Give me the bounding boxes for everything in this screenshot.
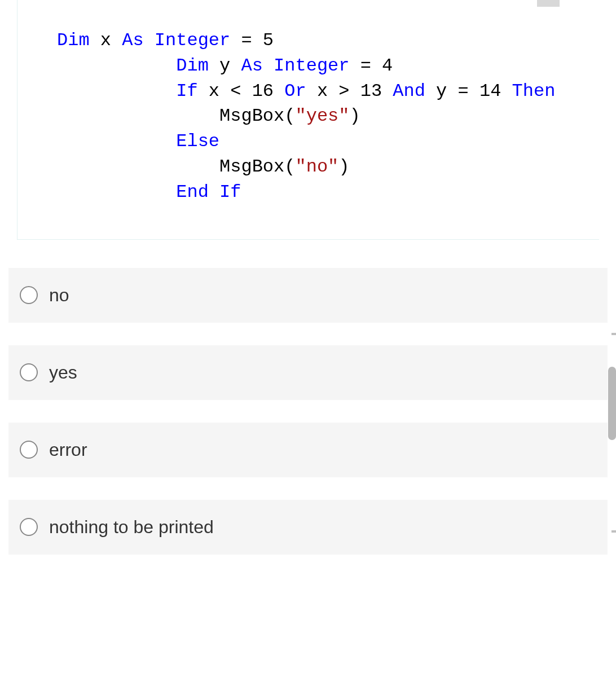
code-text: y = 14 [425, 81, 512, 102]
code-text: MsgBox( [176, 156, 295, 177]
option-label: error [49, 439, 87, 460]
radio-icon[interactable] [20, 363, 38, 381]
radio-icon[interactable] [20, 286, 38, 304]
scrollbar-mark [611, 333, 616, 335]
code-indent [57, 156, 176, 177]
option-label: no [49, 285, 69, 306]
code-indent [57, 81, 176, 102]
option-label: yes [49, 362, 77, 383]
code-indent [57, 105, 176, 126]
code-keyword: And [393, 81, 425, 102]
code-keyword: As Integer [241, 55, 349, 76]
code-indent [57, 131, 176, 152]
code-keyword: If [176, 81, 197, 102]
scrollbar-track[interactable] [608, 0, 616, 572]
option-error[interactable]: error [8, 423, 608, 477]
code-string: "yes" [295, 105, 349, 126]
code-indent [57, 182, 176, 203]
top-scrollbar-edge [537, 0, 560, 7]
code-keyword: End If [176, 182, 241, 203]
code-text: = 4 [349, 55, 393, 76]
code-keyword: Or [284, 81, 306, 102]
option-yes[interactable]: yes [8, 345, 608, 400]
option-label: nothing to be printed [49, 517, 214, 538]
code-text: = 5 [230, 30, 274, 51]
option-no[interactable]: no [8, 268, 608, 323]
radio-icon[interactable] [20, 518, 38, 536]
code-string: "no" [295, 156, 338, 177]
code-keyword: Dim [176, 55, 209, 76]
code-block: Dim x As Integer = 5 Dim y As Integer = … [17, 0, 599, 240]
code-keyword: Then [512, 81, 556, 102]
code-text: x [90, 30, 122, 51]
options-container: no yes error nothing to be printed [0, 268, 616, 572]
option-nothing[interactable]: nothing to be printed [8, 500, 608, 555]
code-indent [57, 55, 176, 76]
scrollbar-thumb[interactable] [608, 367, 616, 440]
code-keyword: Dim [57, 30, 90, 51]
code-text: ) [349, 105, 360, 126]
code-text: ) [338, 156, 349, 177]
code-keyword: As Integer [122, 30, 230, 51]
scrollbar-mark [611, 530, 616, 533]
code-text: x < 16 [198, 81, 285, 102]
code-keyword: Else [176, 131, 219, 152]
code-text: y [209, 55, 241, 76]
code-text: x > 13 [306, 81, 393, 102]
radio-icon[interactable] [20, 441, 38, 459]
code-text: MsgBox( [176, 105, 295, 126]
